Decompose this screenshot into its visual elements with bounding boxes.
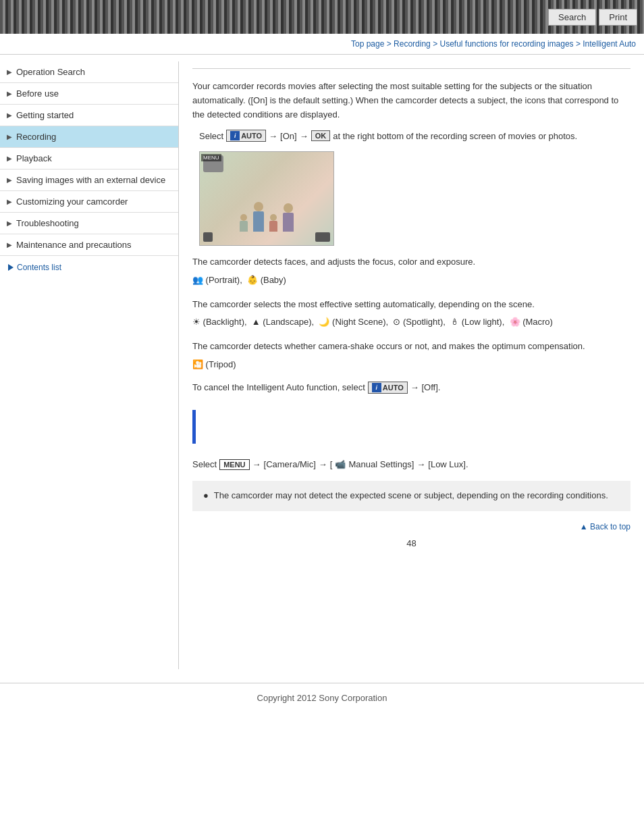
arrow-icon: ▶: [7, 133, 12, 140]
low-lux-arrow1: →: [252, 459, 261, 469]
arrow-icon: ▶: [7, 176, 12, 184]
print-button[interactable]: Print: [599, 9, 637, 26]
person-3: [269, 214, 277, 232]
breadcrumb: Top page > Recording > Useful functions …: [0, 34, 644, 55]
sidebar-item-operation-search[interactable]: ▶ Operation Search: [0, 61, 178, 83]
sidebar-item-saving-images[interactable]: ▶ Saving images with an external device: [0, 170, 178, 191]
camera-indicator-left: [203, 232, 213, 242]
cancel-arrow: → [Off].: [410, 382, 441, 392]
search-button[interactable]: Search: [548, 9, 596, 26]
i-cancel-icon: i: [372, 383, 381, 392]
low-lux-line: Select MENU → [Camera/Mic] → [📹Manual Se…: [192, 459, 630, 470]
main-content: Your camcorder records movies after sele…: [179, 61, 644, 669]
faces-feature-block: The camcorder detects faces, and adjusts…: [192, 255, 630, 288]
faces-icons: 👥 (Portrait), 👶 (Baby): [192, 272, 630, 288]
person-head: [270, 214, 277, 221]
tripod-icon: 🎦: [192, 359, 203, 369]
camera-screenshot: MENU: [199, 151, 334, 246]
sidebar-label-troubleshooting: Troubleshooting: [16, 218, 79, 228]
sidebar-label-saving-images: Saving images with an external device: [16, 175, 165, 185]
instruction-line: Select iAUTO → [On] → OK at the right bo…: [199, 130, 630, 142]
sidebar-label-operation-search: Operation Search: [16, 67, 85, 77]
note-bullet: ● The camcorder may not detect the expec…: [203, 489, 620, 503]
contents-arrow-icon: [8, 264, 14, 271]
low-lux-manual: Manual Settings]: [348, 459, 414, 469]
copyright-text: Copyright 2012 Sony Corporation: [257, 693, 387, 703]
manual-icon: 📹: [335, 459, 346, 469]
sidebar-label-playback: Playback: [16, 153, 52, 163]
arrow2: →: [300, 131, 308, 141]
footer: Copyright 2012 Sony Corporation: [0, 683, 644, 712]
person-head: [284, 203, 293, 213]
arrow-icon: ▶: [7, 68, 12, 76]
low-lux-arrow2: →: [319, 459, 327, 469]
portrait-icon: 👥: [192, 275, 203, 285]
landscape-icon: ▲: [252, 317, 261, 327]
sidebar-item-playback[interactable]: ▶ Playback: [0, 148, 178, 170]
menu-overlay-text: MENU: [201, 154, 221, 161]
sidebar-item-troubleshooting[interactable]: ▶ Troubleshooting: [0, 213, 178, 234]
spotlight-icon: ⊙: [393, 317, 400, 327]
macro-icon: 🌸: [510, 317, 520, 327]
back-to-top: ▲ Back to top: [192, 522, 630, 531]
instruction-prefix: Select: [199, 131, 223, 141]
faces-text: The camcorder detects faces, and adjusts…: [192, 255, 630, 269]
sidebar-label-getting-started: Getting started: [16, 110, 74, 120]
i-auto-button: iAUTO: [226, 130, 266, 142]
person-body: [269, 221, 277, 232]
sidebar-item-maintenance[interactable]: ▶ Maintenance and precautions: [0, 234, 178, 256]
nightscene-icon: 🌙: [319, 317, 329, 327]
baby-icon: 👶: [247, 275, 258, 285]
sidebar-item-customizing[interactable]: ▶ Customizing your camcorder: [0, 191, 178, 213]
person-4: [283, 203, 294, 232]
low-lux-arrow3: →: [417, 459, 425, 469]
low-lux-camera-mic: [Camera/Mic]: [264, 459, 316, 469]
scene-icons: ☀ (Backlight), ▲ (Landscape), 🌙 (Night S…: [192, 314, 630, 330]
blue-bar: [192, 410, 196, 444]
sidebar-label-maintenance: Maintenance and precautions: [16, 240, 132, 250]
scene-feature-block: The camcorder selects the most effective…: [192, 298, 630, 330]
breadcrumb-top[interactable]: Top page: [351, 39, 384, 49]
sidebar-label-before-use: Before use: [16, 88, 59, 99]
sidebar-item-recording[interactable]: ▶ Recording: [0, 126, 178, 148]
note-box: ● The camcorder may not detect the expec…: [192, 481, 630, 511]
blue-bar-section: [192, 403, 630, 452]
person-body: [240, 221, 248, 232]
arrow-icon: ▶: [7, 198, 12, 205]
low-lux-end: [Low Lux].: [428, 459, 468, 469]
note-text: The camcorder may not detect the expecte…: [214, 489, 608, 503]
menu-button: MENU: [219, 459, 249, 470]
shake-text: The camcorder detects whether camera-sha…: [192, 340, 630, 354]
sidebar-item-before-use[interactable]: ▶ Before use: [0, 83, 178, 105]
ok-button: OK: [311, 130, 331, 141]
person-1: [240, 214, 248, 232]
person-2: [253, 202, 264, 232]
arrow-icon: ▶: [7, 90, 12, 97]
contents-list-link[interactable]: Contents list: [0, 256, 178, 279]
person-head: [254, 202, 263, 211]
breadcrumb-recording[interactable]: Recording: [394, 39, 431, 49]
header: Search Print: [0, 0, 644, 34]
low-lux-prefix: Select: [192, 459, 217, 469]
back-to-top-link[interactable]: ▲ Back to top: [580, 522, 630, 531]
shake-icons: 🎦 (Tripod): [192, 357, 630, 372]
i-auto-cancel-button: iAUTO: [368, 382, 408, 394]
bullet-symbol: ●: [203, 489, 209, 503]
page-number: 48: [192, 531, 630, 555]
person-body: [253, 211, 264, 232]
scene-text: The camcorder selects the most effective…: [192, 298, 630, 312]
arrow-icon: ▶: [7, 111, 12, 119]
arrow-icon: ▶: [7, 155, 12, 162]
person-head: [240, 214, 247, 221]
backlight-icon: ☀: [192, 317, 200, 327]
cancel-prefix: To cancel the Intelligent Auto function,…: [192, 382, 365, 392]
i-icon: i: [230, 131, 240, 140]
breadcrumb-useful[interactable]: Useful functions for recording images: [439, 39, 573, 49]
sidebar-item-getting-started[interactable]: ▶ Getting started: [0, 105, 178, 126]
contents-list-label: Contents list: [17, 263, 61, 272]
sidebar-label-customizing: Customizing your camcorder: [16, 197, 128, 207]
section-divider: [192, 68, 630, 69]
arrow-icon: ▶: [7, 219, 12, 227]
lowlight-icon: 🕯: [450, 317, 459, 327]
cancel-line: To cancel the Intelligent Auto function,…: [192, 382, 630, 394]
